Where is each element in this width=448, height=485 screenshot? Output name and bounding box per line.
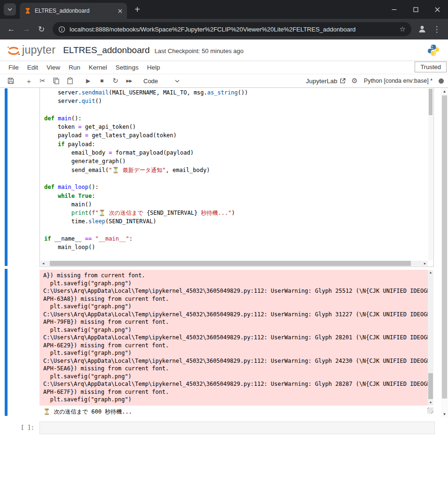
- page-scroll-down-icon[interactable]: ▼: [441, 411, 448, 418]
- code-cell-selection-bar[interactable]: [5, 88, 8, 266]
- save-button[interactable]: [4, 75, 17, 86]
- jupyterlab-link[interactable]: JupyterLab: [306, 78, 346, 85]
- chevron-down-icon: [175, 79, 180, 83]
- profile-avatar-icon[interactable]: [415, 22, 429, 36]
- code-lines: server.sendmail(MAIL_USERNAME, MAIL_TO, …: [40, 88, 433, 252]
- output-scroll-thumb[interactable]: [428, 373, 433, 399]
- menu-file[interactable]: File: [4, 62, 23, 73]
- cut-cell-button[interactable]: ✂: [36, 75, 49, 86]
- new-tab-button[interactable]: +: [131, 3, 144, 16]
- hscroll-thumb[interactable]: [50, 261, 411, 266]
- stderr-output: A}) missing from current font. plt.savef…: [39, 270, 428, 406]
- trusted-button[interactable]: Trusted: [415, 62, 447, 72]
- browser-window: ELTRES_addonboard + ← → ↻: [0, 0, 448, 485]
- window-controls: [383, 0, 448, 19]
- forward-button[interactable]: →: [19, 22, 34, 37]
- code-cell-vscrollbar[interactable]: [428, 88, 433, 260]
- empty-cell-prompt: [ ]:: [21, 424, 34, 431]
- output-cell-selection-bar[interactable]: [5, 269, 8, 416]
- paste-cell-button[interactable]: [63, 75, 77, 86]
- chevron-down-icon: [7, 7, 13, 12]
- add-cell-button[interactable]: +: [22, 75, 36, 86]
- hscroll-track[interactable]: [46, 261, 422, 266]
- notebook-toolbar: + ✂ ▶ ■ ↻ ▶▶ Code: [0, 74, 448, 88]
- browser-navbar: ← → ↻ localhost:8888/notebooks/WorkSpace…: [0, 19, 448, 39]
- close-button[interactable]: [426, 0, 448, 19]
- jupyter-header: jupyter ELTRES_addonboard Last Checkpoin…: [0, 39, 448, 61]
- jupyterlab-link-label: JupyterLab: [306, 78, 338, 85]
- tab-search-button[interactable]: [4, 3, 16, 16]
- output-scroll-up-icon[interactable]: ▲: [428, 270, 433, 275]
- save-icon: [8, 78, 14, 84]
- kernel-status-icon[interactable]: [439, 78, 444, 84]
- output-scroll-down-icon[interactable]: ▼: [428, 400, 433, 406]
- output-resize-grip[interactable]: [427, 407, 433, 414]
- restart-run-all-button[interactable]: ▶▶: [122, 75, 136, 86]
- code-cell-editor[interactable]: server.sendmail(MAIL_USERNAME, MAIL_TO, …: [39, 88, 434, 267]
- minimize-button[interactable]: [383, 0, 405, 19]
- browser-titlebar: ELTRES_addonboard +: [0, 0, 448, 19]
- notebook-title[interactable]: ELTRES_addonboard: [63, 45, 150, 55]
- checkpoint-text: Last Checkpoint: 50 minutes ago: [155, 46, 244, 55]
- hscroll-left-arrow-icon[interactable]: ◄: [40, 262, 46, 265]
- hourglass-favicon: [24, 8, 31, 14]
- paste-icon: [67, 78, 73, 84]
- url-bar[interactable]: localhost:8888/notebooks/WorkSpace%2FJup…: [53, 22, 411, 36]
- gear-icon[interactable]: ⚙: [352, 77, 358, 85]
- copy-icon: [53, 78, 59, 84]
- url-text: localhost:8888/notebooks/WorkSpace%2FJup…: [70, 26, 395, 33]
- hscroll-right-arrow-icon[interactable]: ►: [422, 262, 428, 265]
- kernel-name[interactable]: Python [conda env:base] *: [364, 78, 432, 84]
- stderr-lines: A}) missing from current font. plt.savef…: [43, 272, 428, 404]
- python-logo-icon: [427, 44, 440, 56]
- back-button[interactable]: ←: [4, 22, 19, 37]
- menu-kernel[interactable]: Kernel: [85, 62, 111, 73]
- page-scroll-up-icon[interactable]: ▲: [441, 88, 448, 95]
- code-cell-hscrollbar[interactable]: ◄ ►: [40, 261, 428, 266]
- jupyter-logo-text: jupyter: [22, 44, 55, 56]
- run-cell-button[interactable]: ▶: [81, 75, 95, 86]
- menu-view[interactable]: View: [42, 62, 64, 73]
- browser-tab[interactable]: ELTRES_addonboard: [20, 3, 127, 19]
- restart-kernel-button[interactable]: ↻: [109, 75, 122, 86]
- copy-cell-button[interactable]: [49, 75, 63, 86]
- menu-help[interactable]: Help: [143, 62, 165, 73]
- page-scrollbar[interactable]: ▲ ▼: [441, 88, 448, 418]
- output-scrollbar[interactable]: ▲ ▼: [428, 270, 433, 406]
- page-scroll-thumb[interactable]: [442, 95, 447, 399]
- notebook-content: server.sendmail(MAIL_USERNAME, MAIL_TO, …: [0, 88, 448, 485]
- cell-type-value: Code: [143, 78, 158, 85]
- tab-title: ELTRES_addonboard: [35, 8, 112, 14]
- menu-settings[interactable]: Settings: [111, 62, 143, 73]
- tab-close-icon[interactable]: [116, 7, 124, 15]
- browser-menu-icon[interactable]: ⋮: [429, 22, 444, 37]
- maximize-button[interactable]: [405, 0, 426, 19]
- jupyter-logo-icon[interactable]: [6, 43, 22, 57]
- menubar: File Edit View Run Kernel Settings Help …: [0, 61, 448, 74]
- bookmark-star-icon[interactable]: ☆: [400, 25, 406, 33]
- interrupt-kernel-button[interactable]: ■: [95, 75, 109, 86]
- empty-cell-editor[interactable]: [39, 422, 435, 434]
- menu-edit[interactable]: Edit: [23, 62, 42, 73]
- cell-type-dropdown[interactable]: Code: [143, 78, 180, 85]
- reload-button[interactable]: ↻: [34, 22, 49, 37]
- external-link-icon: [340, 78, 346, 84]
- menu-run[interactable]: Run: [64, 62, 85, 73]
- stdout-text: ⏳ 次の送信まで 600 秒待機...: [39, 407, 416, 416]
- code-cell-vscroll-thumb[interactable]: [429, 89, 432, 115]
- site-info-icon[interactable]: [58, 26, 65, 33]
